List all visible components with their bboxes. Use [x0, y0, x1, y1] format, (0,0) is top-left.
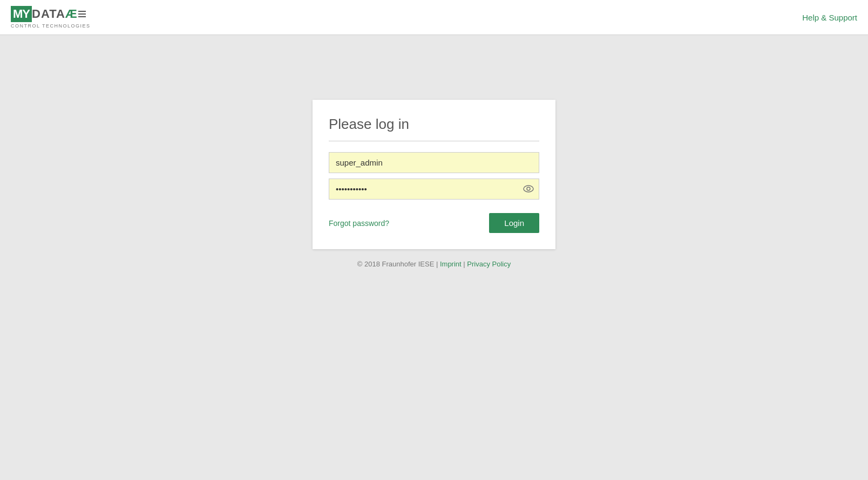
help-support-link[interactable]: Help & Support	[802, 13, 857, 22]
logo-subtitle: CONTROL TECHNOLOGIES	[11, 23, 91, 29]
svg-point-0	[524, 186, 533, 192]
logo-line-2	[78, 13, 86, 15]
header: MY DATA Æ CONTROL TECHNOLOGIES Help & Su…	[0, 0, 868, 35]
logo-top-row: MY DATA Æ	[11, 6, 91, 22]
logo-line-3	[78, 16, 86, 17]
logo-wrapper: MY DATA Æ CONTROL TECHNOLOGIES	[11, 6, 91, 29]
password-input[interactable]	[329, 179, 539, 200]
forgot-password-link[interactable]: Forgot password?	[329, 219, 389, 228]
logo-line-1	[78, 11, 86, 12]
footer: © 2018 Fraunhofer IESE | Imprint | Priva…	[357, 260, 511, 268]
logo-ae-text: Æ	[65, 7, 77, 21]
login-title: Please log in	[329, 116, 539, 133]
footer-copyright: © 2018 Fraunhofer IESE |	[357, 260, 438, 268]
logo-container: MY DATA Æ CONTROL TECHNOLOGIES	[11, 6, 91, 29]
logo-data-text: DATA	[32, 7, 65, 21]
privacy-policy-link[interactable]: Privacy Policy	[467, 260, 511, 268]
divider	[329, 141, 539, 141]
password-wrapper	[329, 179, 539, 200]
main-content: Please log in Forgot password? Login © 2…	[0, 35, 868, 268]
svg-point-1	[527, 187, 530, 190]
eye-icon[interactable]	[523, 184, 534, 194]
username-input[interactable]	[329, 152, 539, 173]
logo-my-text: MY	[11, 6, 32, 22]
logo-lines	[78, 11, 86, 17]
login-button[interactable]: Login	[489, 213, 539, 233]
login-card: Please log in Forgot password? Login	[313, 100, 555, 249]
imprint-link[interactable]: Imprint	[440, 260, 462, 268]
form-actions: Forgot password? Login	[329, 213, 539, 233]
